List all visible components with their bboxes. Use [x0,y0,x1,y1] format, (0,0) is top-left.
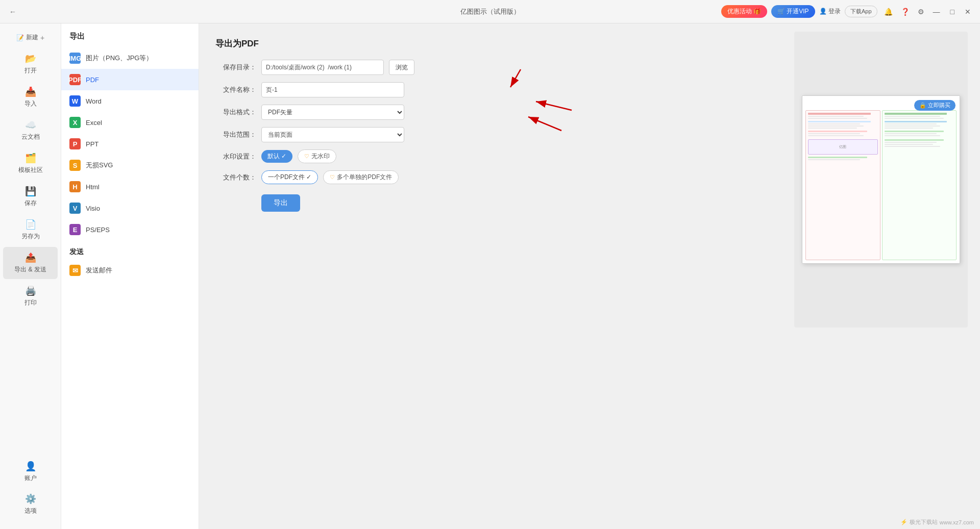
options-label: 选项 [24,507,37,515]
export-item-ppt[interactable]: P PPT [61,133,199,155]
word-label: Word [86,97,102,105]
export-button[interactable]: 导出 [261,194,300,212]
sidebar-item-new[interactable]: 📝 新建 + [3,28,58,47]
image-icon: IMG [69,53,81,64]
watermark-label: 水印设置： [215,152,256,161]
format-select[interactable]: PDF矢量 PDF光栅 [261,105,404,120]
save-icon: 💾 [25,186,36,197]
watermark-default-label: 默认 ✓ [267,152,286,161]
template-icon: 🗂️ [25,153,36,164]
back-button[interactable]: ← [6,7,19,17]
export-item-pdf[interactable]: PDF PDF [61,69,199,90]
sidebar-item-import[interactable]: 📥 导入 [3,81,58,113]
export-item-eps[interactable]: E PS/EPS [61,219,199,240]
sidebar-item-saveas[interactable]: 📄 另存为 [3,214,58,246]
saveas-icon: 📄 [25,219,36,230]
promo-button[interactable]: 优惠活动 🎁 [721,5,767,18]
filecount-multi-button[interactable]: ♡ 多个单独的PDF文件 [323,170,399,184]
eps-icon: E [69,224,81,235]
titlebar: ← 亿图图示（试用版） 优惠活动 🎁 🛒 开通VIP 👤 登录 下载App 🔔 … [0,0,980,23]
watermark-default-button[interactable]: 默认 ✓ [261,150,292,163]
titlebar-left: ← [6,7,19,17]
export-item-image[interactable]: IMG 图片（PNG、JPG等） [61,47,199,69]
visio-icon: V [69,203,81,214]
account-icon: 👤 [25,461,36,472]
sidebar-item-print[interactable]: 🖨️ 打印 [3,280,58,312]
export-item-excel[interactable]: X Excel [61,112,199,133]
filecount-label: 文件个数： [215,173,256,182]
browse-button[interactable]: 浏览 [389,60,414,75]
watermark-site: 极光下载站 [910,518,938,526]
preview-inner: 🔒 立即購买 亿图 [802,95,960,264]
range-label: 导出范围： [215,130,256,139]
svg-label: 无损SVG [86,161,113,170]
send-list: ✉ 发送邮件 [61,260,199,281]
export-item-visio[interactable]: V Visio [61,197,199,219]
export-item-email[interactable]: ✉ 发送邮件 [61,260,199,281]
sidebar-item-export[interactable]: 📤 导出 & 发送 [3,247,58,279]
range-select[interactable]: 当前页面 全部页面 自定义 [261,127,404,142]
save-dir-input[interactable] [261,60,384,75]
eps-label: PS/EPS [86,226,110,234]
notification-icon[interactable]: 🔔 [883,6,894,17]
open-icon: 📂 [25,53,36,64]
new-label: 新建 [26,33,38,42]
download-app-button[interactable]: 下载App [845,6,877,17]
sidebar-item-options[interactable]: ⚙️ 选项 [3,488,58,520]
word-icon: W [69,95,81,107]
print-icon: 🖨️ [25,285,36,296]
content-area: 导出为PDF 保存目录： 浏览 文件名称： 导出格式： PDF矢量 PDF光栅 … [199,23,980,529]
filecount-one-label: 一个PDF文件 ✓ [268,173,311,182]
minimize-button[interactable]: — [930,7,943,17]
export-item-svg[interactable]: S 无损SVG [61,155,199,176]
new-icon: 📝 [16,34,24,41]
excel-label: Excel [86,119,102,127]
preview-upgrade-button[interactable]: 🔒 立即購买 [914,100,955,111]
filecount-one-button[interactable]: 一个PDF文件 ✓ [261,170,318,184]
sidebar: 📝 新建 + 📂 打开 📥 导入 ☁️ 云文档 🗂️ 模板社区 💾 保存 📄 另… [0,23,61,529]
saveas-label: 另存为 [21,232,40,241]
print-label: 打印 [24,298,37,307]
svg-icon: S [69,160,81,171]
sidebar-item-template[interactable]: 🗂️ 模板社区 [3,147,58,180]
vip-button[interactable]: 🛒 开通VIP [771,5,815,18]
sidebar-item-save[interactable]: 💾 保存 [3,181,58,213]
format-label: 导出格式： [215,108,256,117]
filename-input[interactable] [261,82,404,97]
email-icon: ✉ [69,265,81,276]
login-button[interactable]: 👤 登录 [819,7,841,16]
multi-crown-icon: ♡ [330,174,335,181]
cloud-icon: ☁️ [25,119,36,131]
sidebar-item-account[interactable]: 👤 账户 [3,456,58,488]
preview-area: 🔒 立即購买 亿图 [794,32,968,328]
window-controls: — □ ✕ [930,7,974,17]
sidebar-bottom: 👤 账户 ⚙️ 选项 [0,455,61,525]
excel-icon: X [69,117,81,128]
add-icon: + [40,34,44,42]
watermark-no-button[interactable]: ♡ 无水印 [298,149,336,163]
sidebar-item-cloud[interactable]: ☁️ 云文档 [3,114,58,146]
account-label: 账户 [24,474,37,483]
sidebar-item-open[interactable]: 📂 打开 [3,48,58,80]
export-panel: 导出 IMG 图片（PNG、JPG等） PDF PDF W Word X Exc… [61,23,199,529]
close-button[interactable]: ✕ [962,7,974,17]
main-layout: 📝 新建 + 📂 打开 📥 导入 ☁️ 云文档 🗂️ 模板社区 💾 保存 📄 另… [0,23,980,529]
help-icon[interactable]: ❓ [899,6,911,17]
export-list: IMG 图片（PNG、JPG等） PDF PDF W Word X Excel … [61,47,199,240]
visio-label: Visio [86,205,100,212]
open-label: 打开 [24,66,37,75]
html-label: Html [86,183,100,191]
email-label: 发送邮件 [86,266,112,275]
settings-icon[interactable]: ⚙ [916,6,926,17]
titlebar-right: 优惠活动 🎁 🛒 开通VIP 👤 登录 下载App 🔔 ❓ ⚙ — □ ✕ [721,5,974,18]
ppt-icon: P [69,138,81,149]
titlebar-actions: 下载App 🔔 ❓ ⚙ [845,6,926,17]
export-item-html[interactable]: H Html [61,176,199,197]
watermark-no-label: 无水印 [311,152,330,161]
options-icon: ⚙️ [25,493,36,505]
filecount-multi-label: 多个单独的PDF文件 [337,173,392,182]
export-item-word[interactable]: W Word [61,90,199,112]
maximize-button[interactable]: □ [947,7,958,17]
ppt-label: PPT [86,140,99,148]
app-title: 亿图图示（试用版） [460,7,520,16]
